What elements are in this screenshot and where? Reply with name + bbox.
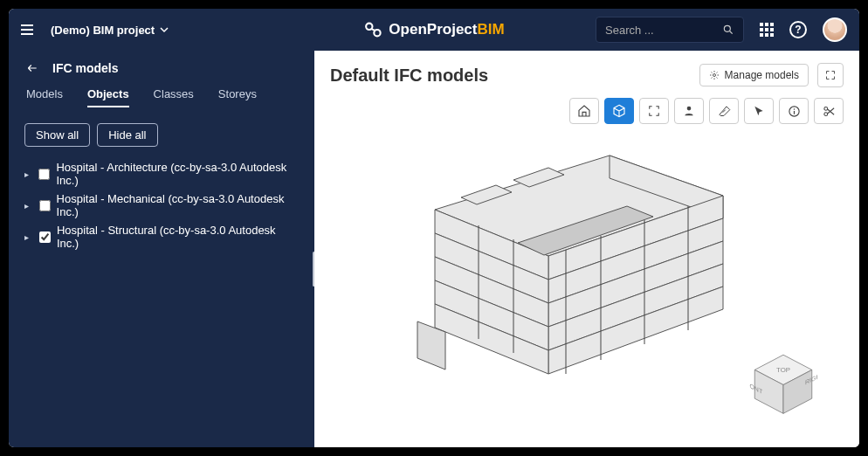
show-all-button[interactable]: Show all <box>24 123 90 147</box>
svg-point-2 <box>724 25 730 31</box>
eraser-icon <box>718 105 731 118</box>
app-frame: (Demo) BIM project OpenProjectBIM Search… <box>9 9 859 447</box>
expand-icon <box>825 70 836 80</box>
select-button[interactable] <box>744 98 774 124</box>
cube-view-button[interactable] <box>604 98 634 124</box>
svg-point-6 <box>793 108 795 110</box>
tree-item-architecture[interactable]: ▸ Hospital - Architecture (cc-by-sa-3.0 … <box>24 161 299 187</box>
project-name: (Demo) BIM project <box>51 24 155 37</box>
svg-point-7 <box>823 107 827 110</box>
brand-icon <box>363 20 382 39</box>
svg-point-0 <box>366 24 372 30</box>
person-icon <box>683 105 695 117</box>
nav-cube[interactable]: TOP FRONT RIGHT <box>749 349 817 418</box>
tree-label: Hospital - Mechanical (cc-by-sa-3.0 Auto… <box>57 192 299 218</box>
chevron-right-icon[interactable]: ▸ <box>24 232 33 242</box>
firstperson-button[interactable] <box>674 98 704 124</box>
search-input[interactable]: Search ... <box>596 17 744 43</box>
fullscreen-icon <box>648 105 660 117</box>
eraser-button[interactable] <box>709 98 739 124</box>
chevron-down-icon <box>160 25 169 34</box>
page-title: Default IFC models <box>330 66 488 86</box>
apps-grid-icon[interactable] <box>760 23 774 37</box>
tree-item-mechanical[interactable]: ▸ Hospital - Mechanical (cc-by-sa-3.0 Au… <box>24 192 299 218</box>
top-navbar: (Demo) BIM project OpenProjectBIM Search… <box>9 9 859 51</box>
help-icon[interactable]: ? <box>789 21 807 38</box>
cube-icon <box>612 104 626 118</box>
checkbox-structural[interactable] <box>39 231 51 243</box>
tab-storeys[interactable]: Storeys <box>218 87 257 107</box>
home-button[interactable] <box>569 98 599 124</box>
svg-point-3 <box>713 74 715 77</box>
svg-point-1 <box>374 30 380 36</box>
section-button[interactable] <box>814 98 844 124</box>
manage-models-label: Manage models <box>725 69 799 81</box>
search-placeholder: Search ... <box>605 24 722 37</box>
tab-classes[interactable]: Classes <box>154 87 194 107</box>
cube-face-top: TOP <box>776 366 790 374</box>
main-panel: Default IFC models Manage models <box>314 51 859 447</box>
manage-models-button[interactable]: Manage models <box>699 64 809 86</box>
gear-icon <box>709 70 720 80</box>
svg-point-8 <box>823 112 827 115</box>
viewer-canvas[interactable]: TOP FRONT RIGHT <box>330 133 844 435</box>
home-icon <box>577 104 591 118</box>
chevron-right-icon[interactable]: ▸ <box>24 169 32 179</box>
expand-button[interactable] <box>817 63 844 87</box>
sidebar: IFC models Models Objects Classes Storey… <box>9 51 314 447</box>
scissors-icon <box>823 105 836 118</box>
sidebar-tabs: Models Objects Classes Storeys <box>24 87 299 107</box>
svg-point-4 <box>687 107 692 111</box>
tree-label: Hospital - Architecture (cc-by-sa-3.0 Au… <box>56 161 299 187</box>
chevron-right-icon[interactable]: ▸ <box>24 201 33 211</box>
fullscreen-view-button[interactable] <box>639 98 669 124</box>
sidebar-title: IFC models <box>52 61 118 75</box>
hide-all-button[interactable]: Hide all <box>97 123 157 147</box>
tree-item-structural[interactable]: ▸ Hospital - Structural (cc-by-sa-3.0 Au… <box>24 224 299 250</box>
tree-label: Hospital - Structural (cc-by-sa-3.0 Auto… <box>57 224 299 250</box>
topnav-icons: ? <box>760 17 847 42</box>
building-model <box>382 138 749 418</box>
info-icon <box>788 105 801 118</box>
project-selector[interactable]: (Demo) BIM project <box>51 24 169 37</box>
hamburger-icon[interactable] <box>21 21 38 38</box>
tab-models[interactable]: Models <box>26 87 63 107</box>
viewer-toolbar <box>330 98 844 124</box>
search-icon <box>722 24 734 36</box>
avatar[interactable] <box>823 17 847 42</box>
brand-suffix: BIM <box>477 21 504 38</box>
cursor-icon <box>753 105 765 117</box>
checkbox-architecture[interactable] <box>38 169 50 180</box>
object-tree: ▸ Hospital - Architecture (cc-by-sa-3.0 … <box>24 161 299 250</box>
back-arrow-icon[interactable] <box>24 62 40 74</box>
main-body: IFC models Models Objects Classes Storey… <box>9 51 859 447</box>
checkbox-mechanical[interactable] <box>39 200 51 211</box>
brand-main: OpenProject <box>389 21 477 38</box>
brand-logo: OpenProjectBIM <box>363 20 504 39</box>
tab-objects[interactable]: Objects <box>87 87 129 107</box>
info-button[interactable] <box>779 98 809 124</box>
